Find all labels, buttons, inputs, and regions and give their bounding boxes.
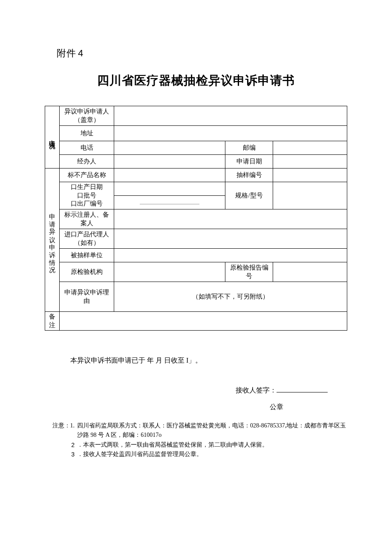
section3-header: 备注	[45, 312, 60, 331]
label-product-name: 标不产品名称	[60, 169, 114, 182]
stamp-label: 公章	[45, 403, 347, 412]
label-apply-date: 申请日期	[225, 155, 273, 169]
section1-header: 申请人情况	[45, 106, 60, 169]
label-zip: 邮编	[225, 141, 273, 155]
value-remark	[60, 312, 347, 331]
value-address	[114, 126, 347, 141]
note-3: ．接收人签字处盖四川省药品监督管理局公章。	[77, 450, 347, 459]
note-1: 四川省药监局联系方式：联系人：医疗器械监管处黄光顺，电话：028-8678533…	[77, 421, 347, 440]
attach-prefix: 附件	[57, 48, 76, 58]
application-form: 申请人情况 异议申诉申请人（盖章） 地址 电话 邮编 经办人 申请日期 申请异议…	[45, 106, 347, 331]
value-import-agent	[114, 229, 347, 249]
sig-label: 接收人签字：	[236, 386, 277, 394]
label-reason: 申请异议申诉理由	[60, 282, 114, 312]
label-orig-inst: 原检验机构	[60, 262, 114, 282]
notes-block: 注意：1. 四川省药监局联系方式：联系人：医疗器械监管处黄光顺，电话：028-8…	[45, 421, 347, 459]
value-handler	[114, 155, 225, 169]
section2-header: 申请异议申诉情况	[45, 169, 60, 312]
value-apply-date	[273, 155, 347, 169]
note-3-lead: 3	[45, 450, 77, 459]
label-registrant: 标示注册人、备案人	[60, 209, 114, 229]
page-title: 四川省医疗器械抽检异议申诉申请书	[45, 73, 347, 89]
value-sample-no	[273, 169, 347, 182]
value-product-name	[114, 169, 225, 182]
note-2: ．本表一式两联，第一联由省局器械监管处保留，第二联由申请人保留。	[77, 440, 347, 450]
value-zip	[273, 141, 347, 155]
sig-underline	[277, 386, 328, 392]
label-date-batch-serial: 口生产日期 口批号 口出厂编号	[60, 182, 114, 209]
label-sample-no: 抽样编号	[225, 169, 273, 182]
value-registrant	[114, 209, 347, 229]
label-sampled-unit: 被抽样单位	[60, 249, 114, 262]
label-handler: 经办人	[60, 155, 114, 169]
attachment-label: 附件4	[57, 47, 347, 60]
label-phone: 电话	[60, 141, 114, 155]
label-applicant: 异议申诉申请人（盖章）	[60, 106, 114, 126]
value-reason: （如填写不下，可另附纸）	[114, 282, 347, 312]
label-import-agent: 进口产品代理人（如有）	[60, 229, 114, 249]
receipt-line: 本异议申诉书面申请已于 年 月 日收至 I」。	[70, 356, 347, 365]
value-sampled-unit	[114, 249, 347, 262]
note-2-lead: 2	[45, 440, 77, 450]
value-date-batch-bottom	[114, 196, 225, 209]
label-spec: 规格/型号	[225, 182, 273, 209]
value-phone	[114, 141, 225, 155]
value-orig-report-no	[273, 262, 347, 282]
value-date-batch-top	[114, 182, 225, 196]
value-applicant	[114, 106, 347, 126]
notes-lead: 注意：1.	[45, 421, 77, 440]
value-spec	[273, 182, 347, 209]
value-orig-inst	[114, 262, 225, 282]
label-address: 地址	[60, 126, 114, 141]
signature-line: 接收人签字：	[45, 386, 347, 395]
label-orig-report-no: 原检验报告编号	[225, 262, 273, 282]
attach-num: 4	[78, 48, 84, 58]
